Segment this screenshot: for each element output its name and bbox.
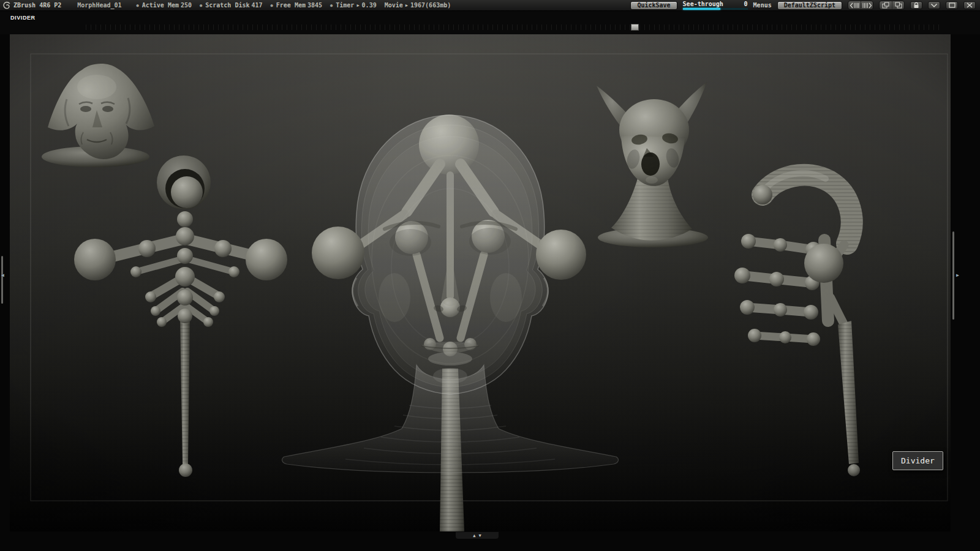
timeline-thumb[interactable] bbox=[631, 24, 639, 31]
see-through-fill bbox=[683, 8, 720, 10]
see-through-track[interactable] bbox=[683, 8, 748, 10]
memory-stats: ●Active Mem250 ●Scratch Disk417 ●Free Me… bbox=[137, 2, 451, 9]
app-title: ZBrush 4R6 P2 bbox=[13, 2, 61, 9]
quicksave-button[interactable]: QuickSave bbox=[630, 1, 677, 10]
default-zscript-button[interactable]: DefaultZScript bbox=[777, 1, 842, 10]
see-through-value: 0 bbox=[744, 1, 748, 7]
stat-movie: Movie▶1967(663mb) bbox=[385, 2, 451, 9]
arrow-up-icon: ▲ bbox=[473, 533, 475, 538]
bullet-icon: ● bbox=[330, 3, 333, 8]
canvas-resize-handle[interactable]: ▲ ▼ bbox=[456, 532, 499, 539]
bullet-icon: ● bbox=[137, 3, 139, 8]
hovered-item-label: DIVIDER bbox=[10, 15, 36, 21]
sub-header bbox=[0, 11, 980, 34]
document-canvas[interactable] bbox=[10, 34, 951, 531]
titlebar-controls: QuickSave See-through 0 Menus DefaultZSc… bbox=[630, 1, 978, 10]
import-doc-icon[interactable] bbox=[880, 1, 892, 9]
stat-active-mem: ●Active Mem250 bbox=[137, 2, 192, 9]
menus-toggle[interactable]: Menus bbox=[753, 2, 772, 9]
close-icon[interactable] bbox=[963, 1, 976, 9]
right-tray-icon[interactable] bbox=[861, 1, 873, 9]
see-through-label: See-through bbox=[683, 1, 723, 7]
left-tray-icon[interactable] bbox=[848, 1, 861, 9]
arrow-down-icon: ▼ bbox=[479, 533, 481, 538]
stat-scratch-disk: ●Scratch Disk417 bbox=[200, 2, 263, 9]
zbrush-logo-icon[interactable] bbox=[2, 1, 11, 10]
bullet-icon: ● bbox=[200, 3, 202, 8]
left-scrollbar-thumb[interactable] bbox=[1, 256, 3, 304]
triangle-icon: ▶ bbox=[405, 3, 408, 8]
stat-free-mem: ●Free Mem3845 bbox=[271, 2, 322, 9]
right-tray-handle[interactable]: ▶ bbox=[956, 273, 959, 278]
bullet-icon: ● bbox=[271, 3, 273, 8]
document-name: MorphHead_01 bbox=[77, 2, 121, 9]
title-bar: ZBrush 4R6 P2 MorphHead_01 ●Active Mem25… bbox=[0, 0, 980, 11]
stat-timer: ●Timer▶0.39 bbox=[330, 2, 377, 9]
right-scrollbar-thumb[interactable] bbox=[952, 231, 954, 320]
maximize-icon[interactable] bbox=[946, 1, 958, 9]
canvas-render bbox=[10, 34, 951, 531]
triangle-icon: ▶ bbox=[356, 3, 359, 8]
right-tray-strip bbox=[951, 34, 980, 531]
export-doc-icon[interactable] bbox=[892, 1, 904, 9]
tooltip: Divider bbox=[892, 451, 943, 470]
tray-toggle-group bbox=[848, 1, 873, 10]
see-through-slider[interactable]: See-through 0 bbox=[683, 1, 748, 10]
canvas-doc-group bbox=[879, 1, 905, 10]
minimize-icon[interactable] bbox=[928, 1, 940, 9]
lock-icon[interactable] bbox=[910, 1, 922, 9]
timeline-track[interactable] bbox=[86, 24, 941, 30]
left-tray-handle[interactable]: ◀ bbox=[1, 273, 4, 278]
canvas-vignette bbox=[10, 34, 951, 531]
